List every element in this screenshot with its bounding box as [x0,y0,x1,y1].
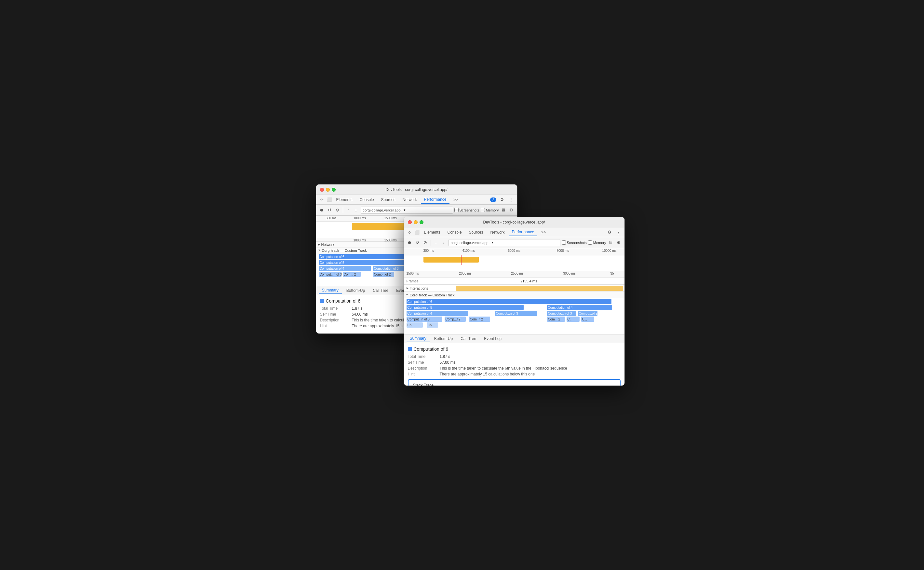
tab-more-back[interactable]: >> [450,196,461,203]
minimize-button-back[interactable] [326,188,330,192]
close-button-front[interactable] [408,220,412,224]
comp-bar-3a-back[interactable]: Computation of 3 [373,266,405,271]
mid-35: 35 [610,272,614,275]
tab-performance-back[interactable]: Performance [421,196,450,204]
comp5-front[interactable]: Computation of 5 [407,305,524,310]
tab-network-back[interactable]: Network [399,196,420,203]
comp4a-front[interactable]: Computation of 4 [547,305,612,310]
network-expand-arrow[interactable]: ▶ [318,243,320,246]
top-10000ms: 10000 ms [602,249,617,253]
summary-comp-title-front: Computation of 6 [414,346,448,352]
comp6-front[interactable]: Computation of 6 [407,299,612,304]
comp2a-front[interactable]: Compu...of 2 [578,311,597,316]
corgi-expand-arrow[interactable]: ▼ [318,249,321,252]
window-title-front: DevTools - corgi-collage.vercel.app/ [483,220,545,224]
toolbar-back: ⏺ ↺ ⊘ ↑ ↓ corgi-collage.vercel.app...▾ S… [316,205,517,216]
self-time-val-back: 54.00 ms [352,312,368,317]
time-1500: 1500 ms [384,239,397,242]
title-swatch-front [408,347,412,351]
tab-more-front[interactable]: >> [538,229,549,236]
refresh-icon[interactable]: ↺ [327,207,333,213]
tab-console-back[interactable]: Console [356,196,377,203]
compCo2-front[interactable]: Co... [427,322,438,328]
tab-calltree-back[interactable]: Call Tree [369,287,392,294]
devtools-window-front: DevTools - corgi-collage.vercel.app/ ⊹ ⬜… [404,217,625,386]
interactions-expand[interactable]: ▶ [407,287,408,290]
tab-network-front[interactable]: Network [487,229,508,236]
tab-elements-back[interactable]: Elements [333,196,356,203]
tab-calltree-front[interactable]: Call Tree [457,336,479,342]
more-icon-front[interactable]: ⋮ [615,229,622,236]
comp4b-front[interactable]: Computation of 4 [407,311,468,316]
url-bar-back[interactable]: corgi-collage.vercel.app...▾ [361,207,453,214]
comp-bar-2a-back[interactable]: Com... 2 [343,272,361,277]
settings-icon-back[interactable]: ⚙ [499,196,505,203]
summary-self-time-row-front: Self Time 57.00 ms [408,360,621,365]
tab-bottomup-back[interactable]: Bottom-Up [343,287,368,294]
memory-checkbox-front[interactable]: Memory [588,241,606,245]
comp-bar-4b-back[interactable]: Computation of 4 [319,266,371,271]
red-marker-front [461,255,462,265]
maximize-button-back[interactable] [332,188,336,192]
compC1-front[interactable]: C... [566,317,580,322]
self-time-val-front: 57.00 ms [440,360,456,365]
clear-icon-front[interactable]: ⊘ [422,239,429,246]
record-icon[interactable]: ⏺ [319,207,325,213]
traffic-lights-front [408,220,424,224]
total-time-val-front: 1.87 s [440,354,450,359]
download-icon[interactable]: ↓ [353,207,360,213]
record-icon-front[interactable]: ⏺ [407,239,413,246]
close-button-back[interactable] [320,188,324,192]
inspect-icon-front[interactable]: ⊹ [407,229,413,236]
comp2c-front[interactable]: Com...f 2 [469,317,490,322]
settings-icon2-front[interactable]: ⚙ [615,239,622,246]
upload-icon-front[interactable]: ↑ [433,239,439,246]
comp-bar-3c-back[interactable]: Comput...n of 3 [319,272,341,277]
memory-checkbox-back[interactable]: Memory [481,208,499,212]
upload-icon[interactable]: ↑ [345,207,352,213]
comp3c-front[interactable]: Comput...n of 3 [407,317,442,322]
tab-bottomup-front[interactable]: Bottom-Up [431,336,456,342]
tab-elements-front[interactable]: Elements [421,229,444,236]
comp3b-front[interactable]: Computa...n of 3 [547,311,576,316]
screenshots-checkbox-back[interactable]: Screenshots [454,208,479,212]
comp-bar-2b-back[interactable]: Comp...of 2 [373,272,394,277]
messages-badge[interactable]: 2 [490,198,496,202]
tab-eventlog-front[interactable]: Event Log [481,336,505,342]
compC2-front[interactable]: C... [581,317,594,322]
maximize-button-front[interactable] [419,220,424,224]
tab-bar-front: ⊹ ⬜ Elements Console Sources Network Per… [404,227,624,237]
frames-row-front: Frames 2155.4 ms [404,277,624,285]
top-6000ms: 6000 ms [508,249,520,253]
tab-sources-front[interactable]: Sources [466,229,486,236]
screenshot-icon-front[interactable]: 🖥 [607,239,614,246]
screenshot-icon[interactable]: 🖥 [500,207,507,213]
tab-console-front[interactable]: Console [444,229,465,236]
minimize-button-front[interactable] [414,220,418,224]
mid-2500ms: 2500 ms [511,272,524,275]
summary-title-front: Computation of 6 [408,346,621,352]
compCo1-front[interactable]: Co... [407,322,423,328]
device-icon-front[interactable]: ⬜ [414,229,420,236]
clear-icon[interactable]: ⊘ [334,207,341,213]
traffic-lights-back [320,188,336,192]
inspect-icon[interactable]: ⊹ [319,196,325,203]
comp2b-front[interactable]: Comp...f 2 [445,317,466,322]
refresh-icon-front[interactable]: ↺ [415,239,421,246]
comp3a-front[interactable]: Comput...n of 3 [495,311,537,316]
device-icon[interactable]: ⬜ [326,196,332,203]
tab-summary-back[interactable]: Summary [319,287,342,294]
url-bar-front[interactable]: corgi-collage.vercel.app...▾ [448,239,560,246]
download-icon-front[interactable]: ↓ [441,239,447,246]
tab-summary-front[interactable]: Summary [407,335,430,342]
settings-icon2-back[interactable]: ⚙ [508,207,514,213]
corgi-expand-arrow-front[interactable]: ▼ [406,293,408,296]
comp2d-front[interactable]: Com... 2 [547,317,565,322]
tab-sources-back[interactable]: Sources [378,196,399,203]
tab-performance-front[interactable]: Performance [509,228,538,236]
corgi-track-label-back: Corgi track — Custom Track [322,248,367,253]
more-icon-back[interactable]: ⋮ [508,196,514,203]
total-time-key-back: Total Time [320,306,349,311]
settings-icon-front[interactable]: ⚙ [606,229,613,236]
screenshots-checkbox-front[interactable]: Screenshots [562,241,587,245]
